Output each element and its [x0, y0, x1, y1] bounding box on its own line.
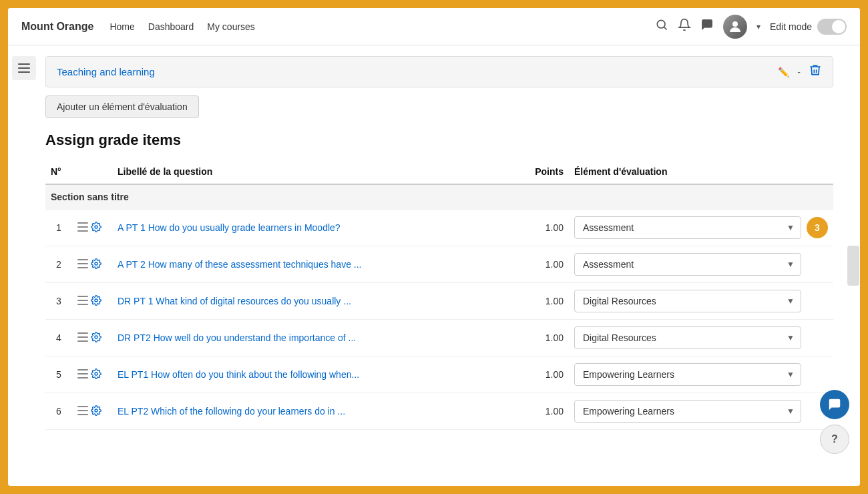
row-number: 4	[45, 320, 72, 356]
avatar-chevron[interactable]: ▾	[756, 22, 761, 31]
svg-rect-26	[77, 406, 88, 407]
svg-rect-10	[77, 259, 88, 260]
settings-icon[interactable]	[91, 258, 101, 271]
svg-rect-7	[77, 226, 88, 228]
row-icons	[72, 283, 112, 320]
row-element: AssessmentDigital ResourcesEmpowering Le…	[569, 210, 833, 246]
svg-line-1	[664, 27, 667, 30]
search-icon[interactable]	[655, 18, 668, 35]
svg-rect-6	[77, 222, 88, 224]
settings-icon[interactable]	[91, 368, 101, 381]
table-body: Section sans titre 1 A PT 1 How do you u…	[45, 184, 833, 430]
right-handle[interactable]	[847, 246, 859, 286]
row-element: AssessmentDigital ResourcesEmpowering Le…	[569, 246, 833, 282]
grade-select-wrapper: AssessmentDigital ResourcesEmpowering Le…	[574, 216, 801, 239]
row-points: 1.00	[515, 210, 569, 246]
grade-select[interactable]: AssessmentDigital ResourcesEmpowering Le…	[574, 326, 801, 349]
section-sans-titre-row: Section sans titre	[45, 184, 833, 210]
row-question: DR PT 1 What kind of digital resources d…	[112, 283, 515, 320]
row-points: 1.00	[515, 356, 569, 393]
question-link[interactable]: DR PT 1 What kind of digital resources d…	[118, 296, 351, 306]
top-navigation: Mount Orange Home Dashboard My courses	[8, 8, 860, 45]
svg-point-9	[95, 226, 97, 228]
svg-point-25	[95, 373, 97, 375]
question-link[interactable]: A PT 1 How do you usually grade learners…	[118, 222, 341, 233]
svg-rect-4	[18, 67, 30, 69]
row-element: AssessmentDigital ResourcesEmpowering Le…	[569, 393, 833, 429]
nav-links: Home Dashboard My courses	[110, 21, 655, 32]
svg-rect-18	[77, 332, 88, 334]
question-link[interactable]: EL PT1 How often do you think about the …	[118, 369, 359, 380]
row-points: 1.00	[515, 393, 569, 430]
nav-home[interactable]: Home	[110, 21, 134, 32]
settings-icon[interactable]	[91, 222, 101, 234]
nav-dashboard[interactable]: Dashboard	[148, 21, 194, 32]
svg-point-21	[95, 336, 97, 338]
question-link[interactable]: DR PT2 How well do you understand the im…	[118, 332, 356, 343]
section-delete-icon[interactable]	[809, 63, 822, 80]
grade-select[interactable]: AssessmentDigital ResourcesEmpowering Le…	[574, 216, 801, 239]
row-points: 1.00	[515, 246, 569, 283]
grade-select[interactable]: AssessmentDigital ResourcesEmpowering Le…	[574, 400, 801, 423]
grade-select-wrapper: AssessmentDigital ResourcesEmpowering Le…	[574, 290, 801, 312]
question-link[interactable]: EL PT2 Which of the following do your le…	[118, 406, 345, 417]
svg-point-13	[95, 262, 97, 265]
drag-icon[interactable]	[77, 222, 88, 234]
avatar[interactable]	[723, 15, 747, 39]
svg-rect-19	[77, 336, 88, 338]
svg-rect-12	[77, 267, 88, 268]
row-icons	[72, 246, 112, 283]
sidebar-toggle-button[interactable]	[12, 56, 36, 80]
svg-rect-16	[77, 304, 88, 305]
col-header-icons	[72, 160, 112, 184]
bell-icon[interactable]	[678, 18, 691, 35]
content-area: Teaching and learning ✏️ - Ajouter un él…	[40, 45, 847, 486]
grade-select-wrapper: AssessmentDigital ResourcesEmpowering Le…	[574, 363, 801, 386]
drag-icon[interactable]	[77, 406, 88, 417]
edit-mode-label: Edit mode	[770, 21, 812, 32]
section-title-link[interactable]: Teaching and learning	[57, 66, 770, 77]
svg-rect-5	[18, 71, 30, 73]
drag-icon[interactable]	[77, 369, 88, 381]
svg-rect-11	[77, 263, 88, 264]
svg-point-17	[95, 299, 97, 302]
table-row: 1 A PT 1 How do you usually grade learne…	[45, 210, 833, 246]
grade-select[interactable]: AssessmentDigital ResourcesEmpowering Le…	[574, 290, 801, 312]
svg-rect-23	[77, 373, 88, 375]
drag-icon[interactable]	[77, 259, 88, 270]
section-edit-icon[interactable]: ✏️	[778, 67, 789, 77]
row-icons	[72, 320, 112, 356]
drag-icon[interactable]	[77, 332, 88, 344]
svg-rect-22	[77, 369, 88, 370]
svg-point-0	[657, 20, 665, 28]
badge-orange: 3	[807, 217, 828, 238]
grade-select[interactable]: AssessmentDigital ResourcesEmpowering Le…	[574, 253, 801, 276]
float-chat-button[interactable]	[820, 390, 849, 419]
row-question: A PT 2 How many of these assessment tech…	[112, 246, 515, 283]
nav-my-courses[interactable]: My courses	[207, 21, 255, 32]
row-question: DR PT2 How well do you understand the im…	[112, 320, 515, 356]
drag-icon[interactable]	[77, 296, 88, 307]
settings-icon[interactable]	[91, 295, 101, 308]
grade-select[interactable]: AssessmentDigital ResourcesEmpowering Le…	[574, 363, 801, 386]
nav-right: ▾ Edit mode	[655, 15, 847, 39]
chat-icon[interactable]	[700, 18, 714, 35]
row-number: 6	[45, 393, 72, 430]
row-element: AssessmentDigital ResourcesEmpowering Le…	[569, 356, 833, 393]
grade-select-wrapper: AssessmentDigital ResourcesEmpowering Le…	[574, 400, 801, 423]
settings-icon[interactable]	[91, 405, 101, 418]
add-element-button[interactable]: Ajouter un élément d'évaluation	[45, 95, 199, 118]
row-element: AssessmentDigital ResourcesEmpowering Le…	[569, 320, 833, 356]
row-icons	[72, 210, 112, 246]
settings-icon[interactable]	[91, 332, 101, 344]
float-help-button[interactable]: ?	[820, 425, 849, 454]
edit-mode-toggle[interactable]	[817, 19, 847, 35]
section-row-label: Section sans titre	[45, 184, 833, 210]
floating-buttons: ?	[820, 390, 849, 454]
row-icons	[72, 356, 112, 393]
question-link[interactable]: A PT 2 How many of these assessment tech…	[118, 259, 362, 270]
table-row: 2 A PT 2 How many of these assessment te…	[45, 246, 833, 283]
edit-mode-container: Edit mode	[770, 19, 847, 35]
svg-rect-8	[77, 230, 88, 232]
row-question: A PT 1 How do you usually grade learners…	[112, 210, 515, 246]
